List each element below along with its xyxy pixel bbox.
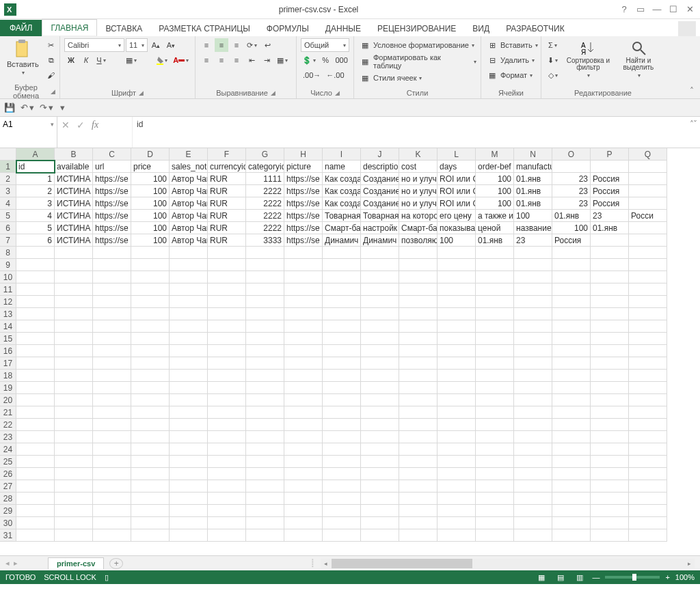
cell[interactable] [591,493,629,505]
cell[interactable] [323,247,361,259]
expand-formula-bar-icon[interactable]: ˄ˇ [686,117,700,148]
cell[interactable]: order-bef [476,161,514,173]
cell[interactable] [438,333,476,345]
cell[interactable] [55,443,93,456]
cell[interactable]: 2222 [246,185,284,197]
cell[interactable] [323,468,361,480]
cell[interactable] [284,271,323,283]
cell[interactable] [552,517,591,529]
cell[interactable] [361,419,399,431]
cell[interactable] [476,259,514,271]
align-left-icon[interactable]: ≡ [200,53,213,67]
cell[interactable] [629,370,667,382]
cell[interactable] [438,480,476,493]
cell[interactable] [399,505,438,517]
cell[interactable] [93,308,131,320]
cell[interactable] [629,443,667,456]
shrink-font-icon[interactable]: A▾ [164,38,178,52]
cell[interactable] [246,382,284,394]
redo-icon[interactable]: ↷▾ [40,102,53,113]
cell[interactable] [629,333,667,345]
cell[interactable] [131,468,170,480]
cell[interactable] [399,247,438,259]
cell[interactable] [361,320,399,333]
cell[interactable] [55,505,93,517]
cell[interactable] [284,468,323,480]
cell[interactable]: https://se [93,234,131,247]
cell[interactable] [438,370,476,382]
cell[interactable] [438,394,476,406]
cell[interactable] [246,333,284,345]
cell[interactable] [438,529,476,542]
cell[interactable] [93,283,131,296]
cell[interactable] [323,333,361,345]
row-header[interactable]: 23 [0,431,16,443]
cell[interactable]: 01.янв [591,222,629,234]
cell[interactable] [284,505,323,517]
cell[interactable] [170,320,208,333]
accounting-icon[interactable]: 💲▾ [301,53,317,67]
cell[interactable] [552,247,591,259]
cell[interactable] [16,333,55,345]
cell[interactable] [552,259,591,271]
cell[interactable] [323,382,361,394]
cell[interactable] [438,247,476,259]
cell[interactable]: ценой [476,222,514,234]
cell[interactable]: ИСТИНА [55,185,93,197]
cell[interactable] [552,296,591,308]
cell[interactable] [16,431,55,443]
cell[interactable]: название [514,222,552,234]
cell[interactable] [93,345,131,357]
cell[interactable]: 100 [476,173,514,185]
cell[interactable]: 100 [552,222,591,234]
cell[interactable] [629,283,667,296]
align-launcher-icon[interactable]: ◢ [271,89,275,96]
cell[interactable] [552,468,591,480]
number-format-select[interactable]: Общий▾ [301,38,349,52]
cell[interactable] [16,468,55,480]
cell[interactable]: Динамич [361,234,399,247]
cell[interactable]: 100 [438,234,476,247]
cell[interactable] [131,443,170,456]
cell[interactable] [93,370,131,382]
cell[interactable] [361,283,399,296]
cell[interactable] [246,259,284,271]
tab-layout[interactable]: РАЗМЕТКА СТРАНИЦЫ [150,20,258,36]
cell[interactable] [514,333,552,345]
column-header[interactable]: G [246,148,284,161]
cell[interactable]: но и улуч [399,197,438,210]
cell[interactable] [323,406,361,419]
cell[interactable] [514,456,552,468]
cell[interactable] [55,370,93,382]
font-size-select[interactable]: 11▾ [126,38,148,52]
cell[interactable] [284,333,323,345]
cell[interactable]: 23 [552,197,591,210]
cell[interactable]: Россия [591,173,629,185]
row-header[interactable]: 14 [0,320,16,333]
close-icon[interactable]: ✕ [682,3,697,16]
cell[interactable] [629,161,667,173]
cell[interactable]: https://se [284,222,323,234]
cell[interactable] [514,406,552,419]
cell[interactable] [514,271,552,283]
cell[interactable] [476,283,514,296]
hscroll-left-icon[interactable]: ◂ [321,559,332,568]
cell[interactable]: Создание [361,185,399,197]
row-header[interactable]: 12 [0,296,16,308]
cell[interactable] [629,493,667,505]
cell[interactable] [323,370,361,382]
cell[interactable] [170,271,208,283]
cell[interactable] [552,493,591,505]
cell[interactable] [208,419,246,431]
cell[interactable] [16,357,55,370]
cell[interactable] [361,247,399,259]
cell[interactable]: https://se [284,185,323,197]
cell[interactable] [16,271,55,283]
cell[interactable] [514,505,552,517]
clipboard-launcher-icon[interactable]: ◢ [51,88,55,95]
cell[interactable] [170,394,208,406]
new-sheet-button[interactable]: + [109,558,123,569]
cell[interactable] [323,394,361,406]
cell[interactable] [170,505,208,517]
cell[interactable] [131,345,170,357]
